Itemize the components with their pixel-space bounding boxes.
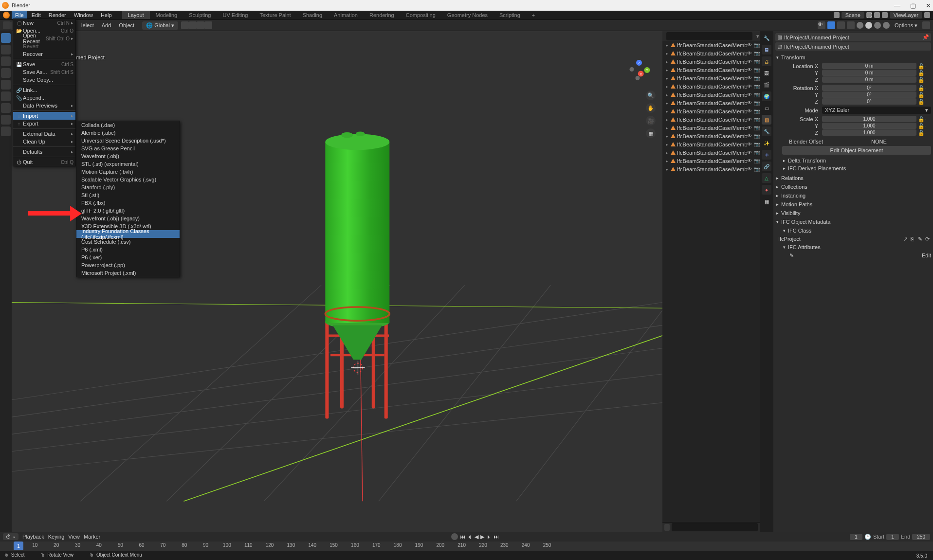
workspace-scripting[interactable]: Scripting: [494, 11, 526, 19]
import-wavefront[interactable]: Wavefront (.obj) (legacy): [76, 215, 180, 222]
editor-type-icon[interactable]: ⏱ ▾: [3, 533, 18, 540]
outliner-row[interactable]: ▸IfcBeamStandardCase/Member👁📷: [662, 90, 760, 99]
workspace-+[interactable]: +: [526, 11, 541, 19]
scale-y[interactable]: 1.000: [822, 123, 916, 129]
import-industry[interactable]: Industry Foundation Classes (.ifc/.ifczi…: [76, 230, 180, 238]
shading-matprev-icon[interactable]: [874, 22, 881, 29]
outliner-row[interactable]: ▸IfcBeamStandardCase/Member👁📷: [662, 115, 760, 124]
import-stanford[interactable]: Stanford (.ply): [76, 183, 180, 191]
new-collection-icon[interactable]: ▾: [756, 33, 759, 39]
rot-z[interactable]: 0°: [822, 98, 916, 105]
loc-x[interactable]: 0 m: [822, 63, 916, 69]
outliner-row[interactable]: ▸IfcBeamStandardCase/Member👁📷: [662, 82, 760, 90]
tab-texture[interactable]: ▦: [762, 197, 771, 206]
orientation-dropdown[interactable]: 🌐 Global ▾: [142, 21, 178, 30]
camera-icon[interactable]: 📷: [754, 59, 760, 65]
lock-icon[interactable]: 🔓: [918, 77, 924, 83]
tab-tool[interactable]: 🔧: [762, 33, 771, 43]
camera-icon[interactable]: 📷: [754, 100, 760, 106]
frame-current[interactable]: 1: [850, 534, 862, 540]
import-wavefront[interactable]: Wavefront (.obj): [76, 152, 180, 160]
file-menu-external-data[interactable]: External Data▸: [13, 130, 75, 138]
search-input[interactable]: [672, 523, 758, 531]
scale-x[interactable]: 1.000: [822, 116, 916, 122]
camera-icon[interactable]: 📷: [754, 166, 760, 172]
tool-cursor[interactable]: [1, 45, 11, 54]
refresh-icon[interactable]: ⟳: [925, 236, 931, 242]
eye-icon[interactable]: 👁: [747, 84, 752, 90]
shading-rendered-icon[interactable]: [883, 22, 890, 29]
workspace-geometry-nodes[interactable]: Geometry Nodes: [441, 11, 494, 19]
workspace-sculpting[interactable]: Sculpting: [183, 11, 217, 19]
workspace-compositing[interactable]: Compositing: [400, 11, 441, 19]
camera-icon[interactable]: 📷: [754, 108, 760, 114]
ifc-class-header[interactable]: ▾IFC Class: [775, 227, 931, 235]
motionpaths-header[interactable]: ▸Motion Paths: [775, 200, 931, 208]
import-collada[interactable]: Collada (.dae): [76, 121, 180, 129]
eye-icon[interactable]: 👁: [747, 92, 752, 98]
camera-icon[interactable]: 📷: [754, 51, 760, 56]
file-menu-data-previews[interactable]: Data Previews▸: [13, 102, 75, 109]
outliner-row[interactable]: ▸IfcBeamStandardCase/Member👁📷: [662, 49, 760, 57]
file-menu-recover[interactable]: Recover▸: [13, 50, 75, 58]
3d-viewport[interactable]: amed Project Z Y X 🔍 ✋ 🎥 ▦: [12, 31, 662, 532]
file-menu-append-[interactable]: 📎Append...: [13, 94, 75, 102]
pin-icon[interactable]: 📌: [922, 34, 929, 40]
outliner-row[interactable]: ▸IfcBeamStandardCase/Member👁📷: [662, 74, 760, 82]
eye-icon[interactable]: 👁: [747, 59, 752, 65]
import-gltf[interactable]: glTF 2.0 (.glb/.gltf): [76, 207, 180, 215]
pivot-icon[interactable]: [181, 21, 189, 29]
outliner-row[interactable]: ▸IfcBeamStandardCase/Member👁📷: [662, 107, 760, 115]
options-popover[interactable]: Options ▾: [892, 21, 920, 30]
eye-icon[interactable]: 👁: [747, 150, 752, 156]
rot-x[interactable]: 0°: [822, 85, 916, 91]
outliner-row[interactable]: ▸IfcBeamStandardCase/Member👁📷: [662, 66, 760, 74]
eye-icon[interactable]: 👁: [747, 75, 752, 81]
delta-transform-header[interactable]: ▸Delta Transform: [782, 157, 931, 164]
import-p6[interactable]: P6 (.xer): [76, 253, 180, 261]
shading-solid-icon[interactable]: [865, 22, 872, 29]
copy-icon[interactable]: ⎘: [911, 236, 916, 242]
autokey-icon[interactable]: [451, 533, 458, 540]
jump-start-icon[interactable]: ⏮: [460, 534, 465, 540]
import-stl[interactable]: STL (.stl) (experimental): [76, 160, 180, 168]
import-alembic[interactable]: Alembic (.abc): [76, 129, 180, 137]
relations-header[interactable]: ▸Relations: [775, 174, 931, 182]
outliner-search[interactable]: [666, 32, 752, 40]
lock-icon[interactable]: 🔓: [918, 70, 924, 76]
tab-constraints[interactable]: 🔗: [762, 162, 771, 171]
maximize-button[interactable]: ▢: [910, 2, 916, 9]
outliner-row[interactable]: ▸IfcBeamStandardCase/Member👁📷: [662, 99, 760, 107]
scale-z[interactable]: 1.000: [822, 129, 916, 136]
tab-world[interactable]: 🌍: [762, 91, 771, 101]
import-powerproject[interactable]: Powerproject (.pp): [76, 261, 180, 269]
tl-menu-playback[interactable]: Playback: [22, 534, 44, 540]
pencil-icon[interactable]: ✎: [789, 253, 795, 258]
tab-collection[interactable]: ▭: [762, 103, 771, 113]
tl-menu-view[interactable]: View: [68, 534, 80, 540]
outliner-row[interactable]: ▸IfcBeamStandardCase/Member👁📷: [662, 41, 760, 49]
import-fbx[interactable]: FBX (.fbx): [76, 199, 180, 207]
outliner-row[interactable]: ▸IfcBeamStandardCase/Member👁📷: [662, 57, 760, 66]
navigation-gizmo[interactable]: Z Y X: [624, 55, 654, 85]
edit-placement-button[interactable]: Edit Object Placement: [782, 146, 931, 155]
clock-icon[interactable]: 🕒: [864, 534, 871, 540]
editor-type-icon[interactable]: [664, 524, 670, 531]
eye-icon[interactable]: 👁: [747, 42, 752, 48]
ifc-attributes-header[interactable]: ▾IFC Attributes: [775, 243, 931, 251]
overlay-icon[interactable]: [837, 21, 845, 29]
menu-render[interactable]: Render: [45, 11, 70, 19]
camera-icon[interactable]: 📷: [754, 142, 760, 147]
funnel-icon[interactable]: [922, 21, 930, 29]
camera-icon[interactable]: 📷: [754, 75, 760, 81]
scene-selector[interactable]: Scene: [842, 12, 864, 18]
name-field[interactable]: IfcProject/Unnamed Project: [784, 44, 849, 50]
tab-viewlayer[interactable]: 🖼: [762, 68, 771, 78]
file-menu-link-[interactable]: 🔗Link...: [13, 86, 75, 94]
keyframe-prev-icon[interactable]: ⏴: [467, 534, 473, 540]
tl-menu-keying[interactable]: Keying: [48, 534, 65, 540]
tab-render[interactable]: 🖥: [762, 45, 771, 54]
menu-window[interactable]: Window: [71, 11, 96, 19]
eye-icon[interactable]: 👁: [747, 125, 752, 131]
camera-icon[interactable]: 🎥: [646, 116, 656, 126]
